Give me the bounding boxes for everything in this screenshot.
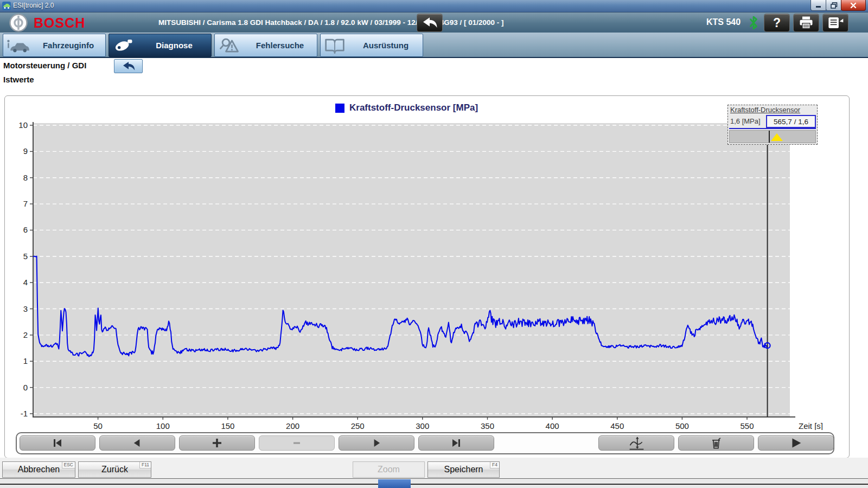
footer-bar: Abbrechen ESC Zurück F11 Zoom Speichern …: [0, 458, 868, 478]
svg-text:6: 6: [23, 225, 28, 234]
svg-text:350: 350: [481, 421, 494, 430]
help-button[interactable]: ?: [764, 14, 790, 32]
esitronic-window: ESI[tronic] 2.0 BOSCH MITSUBISHI / Caris…: [0, 0, 868, 488]
trash-icon: [709, 436, 724, 451]
print-button[interactable]: [793, 14, 819, 32]
cursor-slider-track[interactable]: [729, 130, 816, 143]
speichern-button[interactable]: Speichern F4: [427, 461, 500, 478]
svg-text:9: 9: [23, 146, 28, 156]
breadcrumb-title: Motorsteuerung / GDI: [3, 61, 86, 70]
minimize-button[interactable]: [810, 0, 827, 11]
tab-label: Diagnose: [137, 41, 211, 50]
measure-cursor-icon: [628, 435, 645, 451]
chart-legend: Kraftstoff-Drucksensor [MPa]: [335, 102, 478, 113]
taskbar-edge: [0, 484, 868, 485]
breadcrumb-back-button[interactable]: [114, 59, 143, 73]
restore-icon: [831, 2, 838, 9]
tooltip-signal-name: Kraftstoff-Drucksensor: [730, 106, 800, 114]
abbrechen-button[interactable]: Abbrechen ESC: [2, 461, 75, 478]
app-header: BOSCH MITSUBISHI / Carisma 1.8 GDI Hatch…: [0, 12, 868, 33]
tooltip-position-readout: 565,7 / 1,6: [766, 115, 816, 128]
svg-text:3: 3: [23, 304, 28, 313]
svg-text:Zeit [s]: Zeit [s]: [799, 421, 823, 430]
legend-color-swatch: [335, 104, 344, 113]
book-icon: [321, 37, 349, 54]
skip-to-end-icon: [449, 436, 464, 450]
tab-label: Fehlersuche: [243, 41, 317, 50]
bluetooth-icon: [748, 14, 760, 31]
svg-text:250: 250: [351, 421, 365, 430]
close-button[interactable]: [841, 0, 866, 11]
close-icon: [850, 2, 857, 9]
svg-text:500: 500: [675, 421, 689, 430]
printer-icon: [798, 15, 814, 30]
step-back-icon: [130, 436, 145, 450]
minimize-icon: [815, 3, 822, 8]
svg-text:2: 2: [23, 330, 28, 339]
svg-text:4: 4: [23, 278, 28, 287]
plus-icon: [209, 436, 225, 450]
brand-logo-text: BOSCH: [34, 15, 85, 31]
tab-label: Fahrzeuginfo: [31, 41, 105, 50]
sensor-icon: [109, 37, 137, 54]
skip-to-start-icon: [50, 436, 65, 450]
play-icon: [788, 436, 804, 450]
button-label: Speichern: [444, 465, 483, 474]
window-titlebar: ESI[tronic] 2.0: [0, 0, 868, 12]
go-start-button[interactable]: [20, 435, 95, 451]
svg-text:50: 50: [93, 421, 103, 430]
step-back-button[interactable]: [99, 435, 175, 451]
svg-text:550: 550: [740, 421, 754, 430]
zoom-out-button[interactable]: [259, 435, 335, 451]
taskbar-button-fragment: [378, 479, 411, 488]
help-icon: ?: [773, 16, 781, 30]
breadcrumb-subtitle: Istwerte: [3, 75, 34, 84]
legend-label: Kraftstoff-Drucksensor [MPa]: [349, 102, 478, 113]
svg-text:8: 8: [23, 173, 28, 182]
chart-toolbar: [16, 432, 834, 454]
window-title: ESI[tronic] 2.0: [13, 2, 54, 9]
device-label: KTS 540: [706, 17, 741, 27]
tab-ausruestung[interactable]: Ausrüstung: [320, 34, 423, 57]
tooltip-divider: [729, 128, 816, 129]
restore-button[interactable]: [826, 0, 842, 11]
svg-text:1: 1: [23, 356, 28, 365]
zurueck-button[interactable]: Zurück F11: [78, 461, 151, 478]
app-window-icon: [2, 2, 11, 10]
zoom-in-button[interactable]: [179, 435, 255, 451]
button-label: Zoom: [378, 465, 400, 474]
cursor-tooltip[interactable]: Kraftstoff-Drucksensor 1,6 [MPa] 565,7 /…: [727, 105, 818, 145]
zoom-button[interactable]: Zoom: [353, 461, 425, 478]
hotkey-badge: ESC: [62, 462, 75, 468]
vehicle-info: MITSUBISHI / Carisma 1.8 GDI Hatchback /…: [158, 18, 504, 27]
header-back-button[interactable]: [417, 14, 443, 32]
tab-diagnose[interactable]: Diagnose: [108, 34, 212, 57]
svg-text:300: 300: [416, 421, 429, 430]
undo-arrow-icon: [120, 61, 137, 72]
svg-text:7: 7: [23, 199, 28, 208]
chart-plot-area[interactable]: 109876543210-150100150200250300350400450…: [5, 96, 849, 430]
protocol-button[interactable]: [822, 14, 848, 32]
step-forward-icon: [369, 436, 384, 450]
report-list-icon: [827, 15, 844, 30]
svg-text:10: 10: [18, 120, 28, 130]
tab-fehlersuche[interactable]: Fehlersuche: [214, 34, 317, 57]
cursor-slider-handle[interactable]: [771, 133, 783, 141]
hotkey-badge: F11: [139, 462, 151, 468]
tab-fahrzeuginfo[interactable]: Fahrzeuginfo: [3, 34, 106, 57]
play-button[interactable]: [758, 435, 834, 451]
go-end-button[interactable]: [418, 435, 494, 451]
svg-text:150: 150: [221, 421, 234, 430]
measure-cursor-button[interactable]: [598, 435, 674, 451]
step-forward-button[interactable]: [339, 435, 414, 451]
tooltip-current-value: 1,6 [MPa]: [730, 117, 761, 125]
svg-text:5: 5: [23, 252, 28, 261]
bosch-logo-icon: [9, 13, 28, 33]
svg-text:-1: -1: [21, 409, 28, 418]
svg-text:400: 400: [546, 421, 559, 430]
search-warning-icon: [215, 37, 243, 54]
delete-button[interactable]: [678, 435, 754, 451]
svg-text:450: 450: [610, 421, 624, 430]
car-info-icon: [3, 37, 31, 54]
hotkey-badge: F4: [490, 462, 499, 468]
